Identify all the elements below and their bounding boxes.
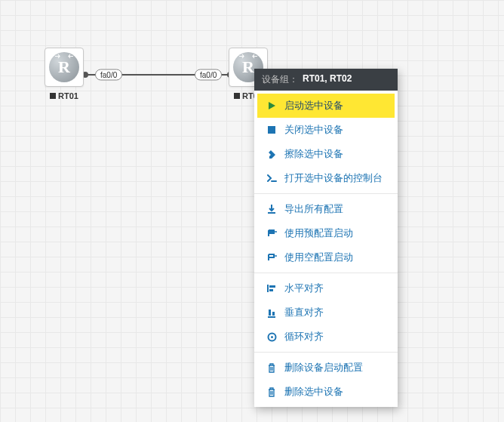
menu-item-export-config[interactable]: 导出所有配置	[257, 197, 395, 221]
menu-item-label: 打开选中设备的控制台	[284, 171, 386, 185]
menu-item-label: 启动选中设备	[284, 99, 386, 112]
svg-rect-2	[269, 289, 273, 291]
menu-item-label: 水平对齐	[284, 282, 386, 295]
trash-icon	[266, 387, 277, 397]
download-icon	[266, 204, 277, 214]
svg-rect-3	[269, 310, 271, 316]
alignv-icon	[266, 307, 277, 318]
menu-item-label: 垂直对齐	[284, 306, 386, 319]
menu-item-stop-devices[interactable]: 关闭选中设备	[257, 118, 395, 142]
svg-rect-0	[268, 126, 275, 134]
emptyconfig-icon	[266, 252, 277, 263]
menu-item-erase-devices[interactable]: 擦除选中设备	[257, 142, 395, 166]
menu-item-emptyconfig-start[interactable]: 使用空配置启动	[257, 245, 395, 270]
menu-item-label: 删除设备启动配置	[284, 361, 386, 374]
alignh-icon	[266, 283, 277, 294]
menu-item-label: 导出所有配置	[284, 202, 386, 216]
menu-item-align-vertical[interactable]: 垂直对齐	[257, 300, 395, 325]
menu-item-open-console[interactable]: 打开选中设备的控制台	[257, 166, 395, 190]
menu-item-align-horizontal[interactable]: 水平对齐	[257, 276, 395, 300]
trash-icon	[266, 362, 277, 373]
context-menu: 设备组： RT01, RT02 启动选中设备 关闭选中设备 擦除选中设备 打	[254, 69, 398, 407]
menu-item-label: 循环对齐	[284, 330, 386, 343]
port-label-right: fa0/0	[195, 69, 222, 81]
menu-item-label: 关闭选中设备	[284, 123, 386, 137]
menu-item-delete-devices[interactable]: 删除选中设备	[257, 380, 395, 404]
svg-point-6	[271, 336, 273, 338]
console-icon	[266, 173, 277, 183]
erase-icon	[266, 149, 277, 159]
menu-item-start-devices[interactable]: 启动选中设备	[257, 94, 395, 118]
circle-icon	[266, 331, 277, 342]
svg-rect-1	[269, 285, 275, 288]
router-icon: R	[45, 48, 84, 87]
preconfig-icon	[266, 228, 277, 239]
play-icon	[266, 100, 277, 111]
menu-item-label: 使用预配置启动	[284, 226, 386, 240]
menu-item-align-circular[interactable]: 循环对齐	[257, 325, 395, 349]
stop-icon	[266, 125, 277, 135]
context-menu-header: 设备组： RT01, RT02	[254, 69, 398, 91]
port-label-left: fa0/0	[95, 69, 122, 81]
menu-item-delete-startup-config[interactable]: 删除设备启动配置	[257, 356, 395, 380]
menu-item-label: 擦除选中设备	[284, 147, 386, 161]
menu-item-label: 删除选中设备	[284, 385, 386, 399]
device-rt01[interactable]: R RT01	[45, 48, 84, 105]
device-label: RT01	[50, 91, 78, 100]
menu-item-preconfig-start[interactable]: 使用预配置启动	[257, 221, 395, 245]
menu-item-label: 使用空配置启动	[284, 251, 386, 264]
svg-rect-4	[272, 312, 275, 316]
